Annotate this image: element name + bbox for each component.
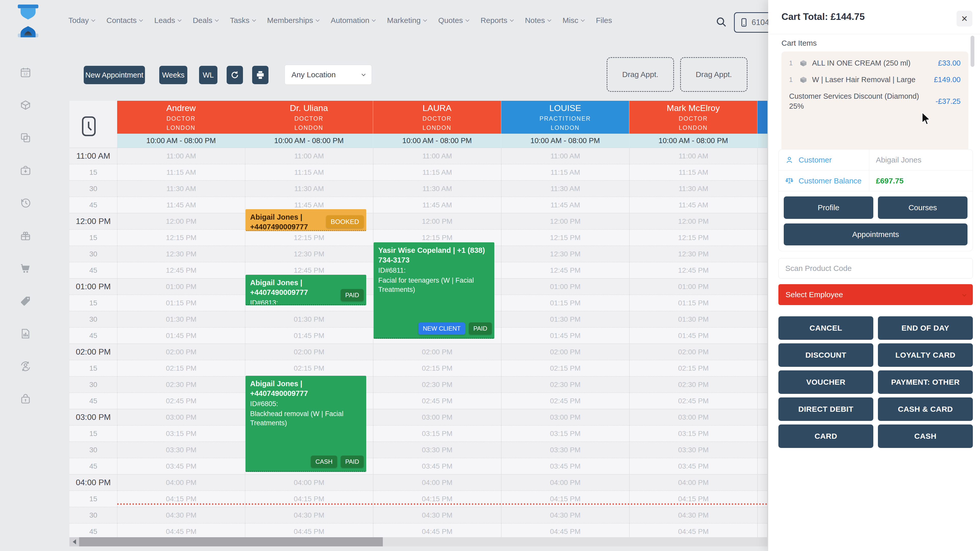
sidebar-item-8[interactable] <box>19 327 32 340</box>
action-voucher[interactable]: VOUCHER <box>778 370 873 394</box>
time-slot[interactable]: 03:30 PM <box>630 441 757 458</box>
time-slot[interactable]: 03:45 PM <box>630 458 757 474</box>
nav-item-notes[interactable]: Notes <box>525 16 551 25</box>
nav-item-deals[interactable]: Deals <box>192 16 218 25</box>
time-slot[interactable]: 11:45 AM <box>630 197 757 213</box>
action-payment-other[interactable]: PAYMENT: OTHER <box>878 370 973 394</box>
time-slot[interactable]: 03:15 PM <box>118 425 245 441</box>
new-appointment-button[interactable]: New Appointment <box>84 66 145 84</box>
sidebar-item-10[interactable] <box>19 393 32 405</box>
time-slot[interactable] <box>758 180 767 197</box>
time-slot[interactable]: 02:00 PM <box>630 344 757 360</box>
scroll-left-arrow[interactable] <box>69 537 79 546</box>
sidebar-item-9[interactable] <box>19 360 32 372</box>
app-logo[interactable] <box>15 4 41 38</box>
time-slot[interactable]: 02:00 PM <box>501 344 629 360</box>
time-slot[interactable]: 02:00 PM <box>373 344 501 360</box>
time-slot[interactable]: 03:30 PM <box>373 441 501 458</box>
nav-item-misc[interactable]: Misc <box>563 16 584 25</box>
sidebar-item-4[interactable] <box>19 197 32 209</box>
location-select[interactable]: Any Location <box>285 65 372 85</box>
time-slot[interactable]: 02:15 PM <box>501 360 629 376</box>
time-slot[interactable]: 12:30 PM <box>501 246 629 262</box>
appointments-button[interactable]: Appointments <box>784 224 967 245</box>
time-slot[interactable] <box>758 278 767 295</box>
time-slot[interactable]: 12:15 PM <box>630 229 757 246</box>
time-slot[interactable]: 12:00 PM <box>501 213 629 229</box>
time-slot[interactable]: 02:30 PM <box>118 376 245 392</box>
time-slot[interactable]: 04:00 PM <box>630 474 757 491</box>
time-slot[interactable]: 02:45 PM <box>373 392 501 409</box>
sidebar-item-5[interactable] <box>19 230 32 242</box>
time-slot[interactable]: 03:00 PM <box>501 409 629 425</box>
action-end-of-day[interactable]: END OF DAY <box>878 316 973 340</box>
action-card[interactable]: CARD <box>778 424 873 448</box>
scrollbar-thumb[interactable] <box>79 537 383 546</box>
sidebar-item-0[interactable]: 12 <box>19 66 32 79</box>
drag-appointment-slot-1[interactable]: Drag Appt. <box>607 57 674 92</box>
sidebar-item-3[interactable] <box>19 164 32 176</box>
time-slot[interactable] <box>758 229 767 246</box>
time-slot[interactable]: 11:30 AM <box>501 180 629 197</box>
time-slot[interactable]: 12:30 PM <box>630 246 757 262</box>
time-slot[interactable]: 11:30 AM <box>245 180 373 197</box>
time-slot[interactable]: 11:30 AM <box>118 180 245 197</box>
time-slot[interactable]: 01:00 PM <box>118 278 245 295</box>
column-header-laura[interactable]: LAURADOCTORLONDON <box>373 101 501 134</box>
time-slot[interactable]: 12:00 PM <box>118 213 245 229</box>
time-slot[interactable]: 01:15 PM <box>501 295 629 311</box>
time-slot[interactable] <box>758 360 767 376</box>
weeks-button[interactable]: Weeks <box>159 66 187 84</box>
profile-button[interactable]: Profile <box>784 197 873 219</box>
time-slot[interactable]: 03:45 PM <box>501 458 629 474</box>
time-slot[interactable]: 12:45 PM <box>118 262 245 278</box>
time-slot[interactable] <box>758 148 767 164</box>
time-slot[interactable]: 01:45 PM <box>245 327 373 344</box>
time-slot[interactable]: 11:15 AM <box>245 164 373 180</box>
action-cash[interactable]: CASH <box>878 424 973 448</box>
time-slot[interactable]: 02:30 PM <box>373 376 501 392</box>
time-slot[interactable] <box>758 262 767 278</box>
cart-item[interactable]: 1W | Laser Hair Removal | Large£149.00 <box>789 75 961 85</box>
time-slot[interactable]: 02:15 PM <box>245 360 373 376</box>
time-slot[interactable]: 02:45 PM <box>118 392 245 409</box>
sidebar-item-1[interactable] <box>19 99 32 111</box>
nav-item-quotes[interactable]: Quotes <box>438 16 469 25</box>
time-slot[interactable] <box>758 376 767 392</box>
time-slot[interactable]: 12:45 PM <box>630 262 757 278</box>
time-slot[interactable]: 02:00 PM <box>118 344 245 360</box>
time-slot[interactable] <box>758 425 767 441</box>
action-discount[interactable]: DISCOUNT <box>778 343 873 367</box>
time-slot[interactable]: 11:00 AM <box>118 148 245 164</box>
time-slot[interactable]: 02:45 PM <box>630 392 757 409</box>
time-slot[interactable]: 02:00 PM <box>245 344 373 360</box>
appointment[interactable]: Yasir Wise Copeland | +1 (838) 734-3173I… <box>374 242 494 339</box>
time-slot[interactable] <box>758 327 767 344</box>
time-slot[interactable]: 12:00 PM <box>373 213 501 229</box>
panel-scrollbar-thumb[interactable] <box>970 36 974 67</box>
time-slot[interactable] <box>758 392 767 409</box>
time-slot[interactable] <box>758 474 767 491</box>
time-slot[interactable] <box>758 458 767 474</box>
nav-item-memberships[interactable]: Memberships <box>267 16 319 25</box>
time-slot[interactable]: 12:00 PM <box>630 213 757 229</box>
time-slot[interactable]: 02:30 PM <box>630 376 757 392</box>
cart-item[interactable]: 1ALL IN ONE CREAM (250 ml)£33.00 <box>789 58 961 68</box>
time-slot[interactable]: 02:15 PM <box>118 360 245 376</box>
time-slot[interactable]: 04:00 PM <box>373 474 501 491</box>
time-slot[interactable]: 04:00 PM <box>501 474 629 491</box>
nav-item-automation[interactable]: Automation <box>331 16 375 25</box>
time-slot[interactable]: 11:15 AM <box>501 164 629 180</box>
time-slot[interactable]: 04:30 PM <box>501 507 629 523</box>
nav-item-contacts[interactable]: Contacts <box>107 16 142 25</box>
time-slot[interactable]: 03:00 PM <box>118 409 245 425</box>
appointment[interactable]: Abigail Jones | +4407490009777ID#6812: -… <box>245 209 366 231</box>
time-slot[interactable]: 02:15 PM <box>630 360 757 376</box>
time-slot[interactable]: 01:30 PM <box>118 311 245 327</box>
time-slot[interactable]: 12:15 PM <box>501 229 629 246</box>
refresh-button[interactable] <box>227 66 243 84</box>
time-slot[interactable] <box>758 295 767 311</box>
time-slot[interactable]: 11:00 AM <box>501 148 629 164</box>
time-slot[interactable] <box>758 246 767 262</box>
time-slot[interactable]: 12:30 PM <box>245 246 373 262</box>
